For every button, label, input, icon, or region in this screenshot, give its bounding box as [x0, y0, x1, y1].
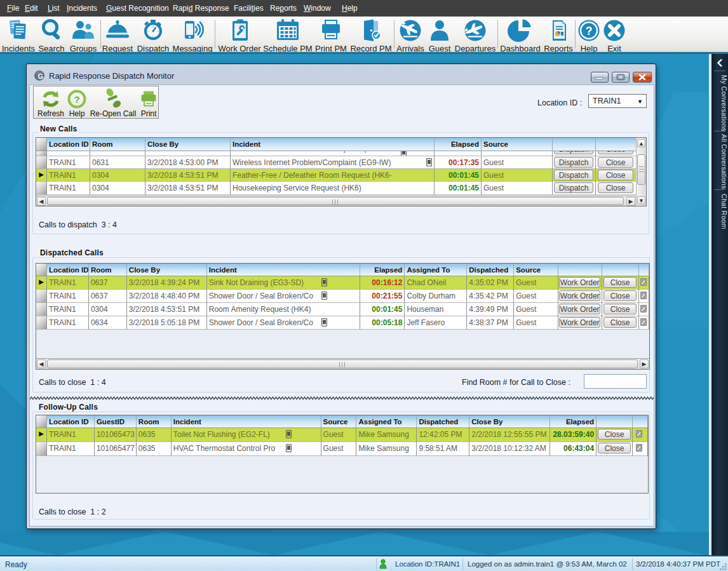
svg-text:?: ?: [74, 94, 79, 105]
